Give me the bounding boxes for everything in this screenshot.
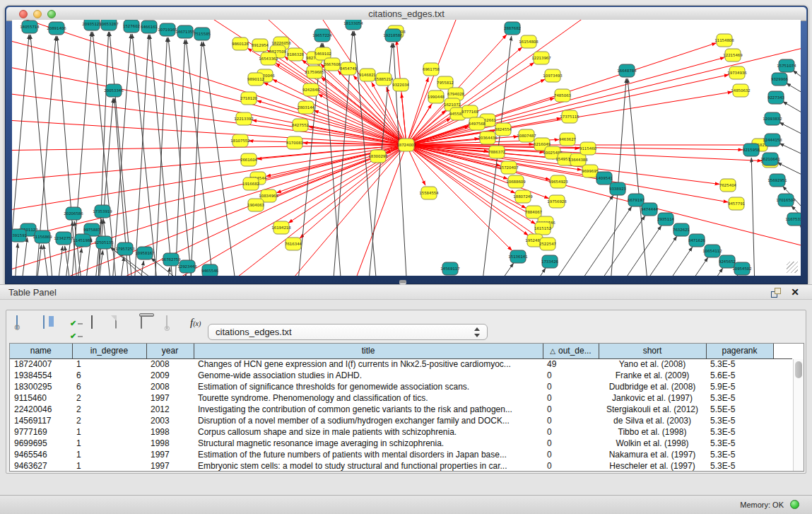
row-height-icon[interactable] [91, 316, 112, 336]
graph-node[interactable]: 13644388 [568, 153, 588, 166]
graph-edge[interactable] [779, 144, 801, 165]
new-table-icon[interactable] [115, 316, 136, 336]
show-columns-icon[interactable] [43, 316, 64, 336]
graph-node[interactable]: 10688609 [506, 175, 526, 188]
graph-node[interactable]: 12923448 [177, 260, 197, 273]
graph-edge[interactable] [12, 34, 406, 145]
graph-node[interactable]: 20053346 [104, 84, 124, 97]
table-row[interactable]: 946362711997Embryonic stem cells: a mode… [10, 460, 792, 472]
graph-node[interactable]: 12505135 [94, 236, 113, 249]
table-row[interactable]: 946554611997Estimation of the future num… [10, 449, 792, 460]
graph-node[interactable]: 19657224 [312, 29, 332, 42]
graph-node[interactable]: 10958167 [135, 247, 154, 259]
graph-node[interactable]: 10954502 [732, 262, 751, 275]
graph-edge[interactable] [273, 79, 406, 145]
graph-node[interactable]: 9474444 [641, 203, 659, 216]
graph-edge[interactable] [110, 32, 136, 276]
graph-node[interactable]: 3824554 [495, 123, 512, 136]
graph-node[interactable]: 9860128 [232, 37, 249, 50]
graph-edge[interactable] [276, 145, 406, 193]
graph-node[interactable]: 18133054 [343, 20, 363, 30]
graph-edge[interactable] [675, 275, 738, 276]
graph-node[interactable]: 10973493 [543, 69, 562, 82]
table-settings-icon[interactable]: ⚙ [16, 316, 37, 336]
graph-node[interactable]: 16154808 [519, 35, 539, 48]
graph-edge[interactable] [800, 226, 801, 257]
graph-node[interactable]: 14569117 [440, 262, 459, 275]
graph-edge[interactable] [189, 42, 201, 276]
graph-node[interactable]: 1916682 [242, 177, 259, 190]
graph-node[interactable]: 16210643 [760, 153, 779, 165]
table-row[interactable]: 2242004622012Investigating the contribut… [10, 404, 792, 415]
graph-node[interactable]: 7886372 [488, 146, 505, 158]
graph-node[interactable]: 14671355 [175, 25, 194, 38]
network-graph[interactable]: 9860128891295418226058982750916543362818… [12, 20, 801, 276]
graph-edge[interactable] [53, 246, 63, 276]
graph-node[interactable]: 1615152 [534, 222, 551, 235]
table-row[interactable]: 1938455462009Genome-wide association stu… [10, 370, 792, 381]
graph-node[interactable]: 14055714 [20, 21, 40, 33]
graph-node[interactable]: 12213967 [531, 52, 551, 64]
graph-edge[interactable] [12, 243, 18, 276]
graph-node[interactable]: 6961758 [423, 63, 440, 76]
graph-edge[interactable] [751, 158, 755, 276]
graph-node[interactable]: 12342757 [54, 232, 73, 245]
graph-node[interactable]: 9890112 [247, 73, 264, 86]
graph-node[interactable]: 10654112 [702, 245, 722, 257]
graph-node[interactable]: 9465546 [201, 264, 219, 276]
graph-node[interactable]: 1733426 [541, 255, 559, 268]
graph-node[interactable]: 15751074 [777, 59, 796, 72]
graph-edge[interactable] [114, 257, 124, 276]
graph-edge[interactable] [793, 71, 801, 94]
graph-node[interactable]: 2667608 [324, 58, 341, 71]
graph-edge[interactable] [300, 145, 406, 238]
graph-node[interactable]: 15136141 [508, 250, 527, 263]
graph-node[interactable]: 10719165 [158, 23, 177, 36]
graph-edge[interactable] [12, 145, 406, 151]
table-row[interactable]: 1456911722003Disruption of a novel membe… [10, 415, 792, 426]
graph-edge[interactable] [779, 122, 801, 146]
column-header-year[interactable]: year [146, 344, 194, 358]
graph-edge[interactable] [186, 40, 217, 276]
graph-edge[interactable] [318, 94, 406, 145]
graph-node[interactable]: 11154808 [714, 34, 734, 47]
window-titlebar[interactable]: citations_edges.txt [6, 7, 806, 21]
graph-node[interactable]: 2522547 [539, 238, 556, 250]
graph-edge[interactable] [160, 267, 170, 276]
graph-edge[interactable] [614, 236, 677, 276]
graph-node[interactable]: 9227343 [767, 91, 784, 104]
graph-node[interactable]: 7485063 [554, 89, 571, 102]
graph-edge[interactable] [471, 263, 514, 276]
graph-node[interactable]: 15584554 [419, 187, 439, 199]
graph-node[interactable]: 7625404 [719, 179, 737, 192]
graph-node[interactable]: 14850632 [731, 84, 750, 97]
graph-node[interactable]: 11156869 [33, 230, 52, 243]
graph-node[interactable]: 9391591 [12, 229, 27, 242]
graph-node[interactable]: 6497568 [469, 117, 486, 130]
graph-node[interactable]: 8912954 [252, 39, 269, 52]
graph-edge[interactable] [61, 221, 73, 276]
graph-node[interactable]: 9242848 [302, 83, 320, 96]
table-row[interactable]: 977716911998Corpus callosum shape and si… [10, 426, 792, 438]
graph-node[interactable]: 7955812 [437, 76, 454, 89]
graph-node[interactable]: 9322034 [392, 78, 410, 91]
graph-edge[interactable] [257, 100, 406, 145]
graph-node[interactable]: 18107552 [230, 134, 249, 147]
table-row[interactable]: 1830029562008Estimation of significance … [10, 381, 792, 392]
graph-node[interactable]: 8186328 [287, 48, 305, 61]
graph-node[interactable]: 8471626 [688, 234, 706, 247]
graph-node[interactable]: 7515585 [194, 28, 211, 40]
graph-edge[interactable] [630, 247, 693, 276]
graph-node[interactable]: 20364436 [478, 132, 498, 144]
graph-node[interactable]: 8215958 [743, 144, 760, 156]
graph-node[interactable]: 21759685 [305, 66, 324, 78]
graph-node[interactable]: 17353919 [93, 205, 112, 218]
graph-node[interactable]: 16648784 [617, 64, 637, 77]
column-header-title[interactable]: title [194, 344, 543, 358]
graph-node[interactable]: 12444158 [763, 134, 782, 146]
graph-node[interactable]: 1527602 [123, 20, 140, 33]
table-scrollbar[interactable] [793, 359, 804, 471]
graph-node[interactable]: 19654923 [548, 175, 567, 188]
memory-status-indicator[interactable] [790, 500, 799, 509]
graph-node[interactable]: 12093832 [763, 112, 782, 125]
